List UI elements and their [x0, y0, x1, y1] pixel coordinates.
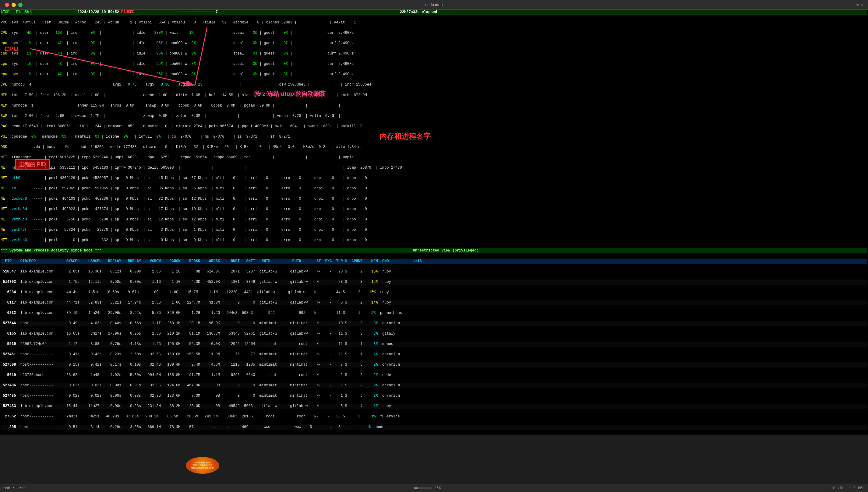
status-bar: ssh • -zsh 26% 1.0 kB↑ 1.0 kB↓ [0, 484, 868, 492]
traffic-lights [5, 3, 23, 7]
progress-label: 26% [434, 486, 441, 490]
progress-bar-container [414, 487, 432, 489]
progress-bar-fill [414, 487, 418, 489]
title-bar: sudo atop ⊡ ✕ [0, 0, 868, 10]
terminal-output: ATOP - FlagShip 2024/10/28 19:59:52 PAUS… [0, 10, 868, 435]
minimize-button[interactable] [11, 3, 16, 7]
atop-timestamp: 2024/10/28 19:59:52 [77, 10, 121, 14]
window-action-btn: ⊡ ✕ [857, 2, 863, 7]
status-shell: ssh • -zsh [4, 486, 26, 490]
paused-label: PAUSED [121, 10, 134, 14]
window-title: sudo atop [425, 2, 442, 7]
upload-stat: 1.0 kB↑ [829, 486, 844, 490]
terminal-content: ATOP - FlagShip 2024/10/28 19:59:52 PAUS… [0, 10, 868, 435]
blog-badge: Mintimate's Blog专注于分享学术技术https://www.min… [186, 457, 219, 474]
maximize-button[interactable] [18, 3, 23, 7]
window-container: sudo atop ⊡ ✕ ATOP - FlagShip 2024/10/28… [0, 0, 868, 492]
download-stat: 1.0 kB↓ [849, 486, 864, 490]
atop-title: ATOP - FlagShip [1, 10, 77, 14]
close-button[interactable] [5, 3, 9, 7]
